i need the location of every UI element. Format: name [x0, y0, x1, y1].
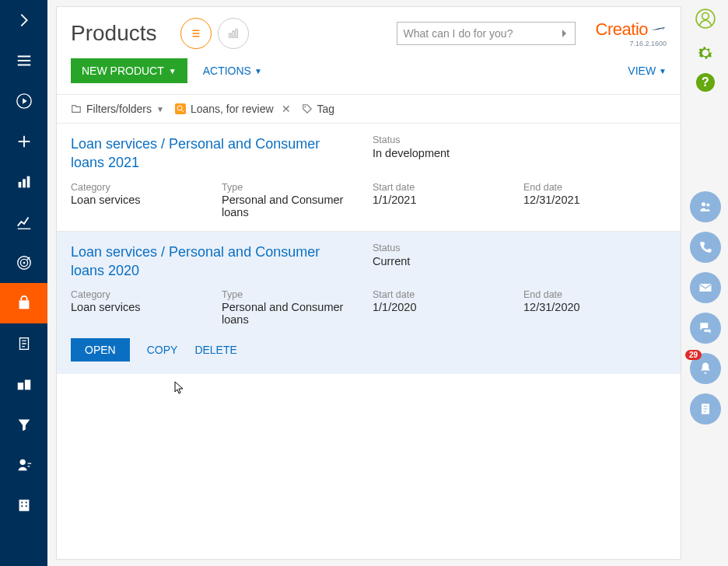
folder-chip-label[interactable]: Loans, for review [191, 103, 274, 115]
notification-badge: 29 [685, 350, 702, 360]
right-comm-panel: 29 [688, 191, 723, 424]
svg-rect-1 [18, 182, 21, 187]
open-button[interactable]: OPEN [71, 338, 130, 362]
help-icon[interactable]: ? [696, 73, 715, 92]
version-text: 7.16.2.1600 [629, 40, 667, 47]
active-folder-chip: Loans, for review ✕ [175, 103, 291, 115]
status-value: In development [373, 147, 667, 159]
view-toggle-group [180, 18, 249, 49]
nav-expand-button[interactable] [0, 0, 47, 40]
nav-add-icon[interactable] [0, 121, 47, 162]
field-label: Start date [373, 182, 516, 193]
product-row[interactable]: Loan services / Personal and Consumer lo… [57, 231, 681, 375]
svg-point-21 [304, 107, 306, 108]
svg-point-11 [19, 459, 25, 465]
new-product-button[interactable]: NEW PRODUCT ▼ [71, 58, 187, 83]
chat-bubble[interactable] [690, 313, 721, 344]
svg-rect-12 [19, 500, 29, 512]
field-label: End date [523, 289, 667, 300]
svg-point-24 [702, 202, 705, 206]
page-title: Products [71, 21, 157, 46]
field-label: Category [71, 289, 214, 300]
left-nav [0, 0, 47, 566]
svg-rect-16 [25, 505, 26, 507]
nav-document-icon[interactable] [0, 323, 47, 364]
svg-rect-9 [17, 383, 23, 390]
copy-button[interactable]: COPY [147, 338, 178, 362]
product-title-link[interactable]: Loan services / Personal and Consumer lo… [71, 243, 365, 281]
folder-chip-close[interactable]: ✕ [282, 103, 291, 115]
filter-bar: Filters/folders ▼ Loans, for review ✕ Ta… [57, 94, 681, 123]
nav-building-icon[interactable] [0, 485, 47, 526]
settings-icon[interactable] [691, 39, 719, 67]
nav-products-icon[interactable] [0, 283, 47, 323]
phone-bubble[interactable] [690, 232, 721, 263]
svg-rect-17 [229, 33, 230, 37]
nav-menu-icon[interactable] [0, 40, 47, 81]
notifications-bubble[interactable]: 29 [690, 353, 721, 384]
filters-folders-button[interactable]: Filters/folders ▼ [71, 103, 164, 115]
nav-trend-icon[interactable] [0, 202, 47, 243]
field-label: Status [373, 243, 667, 253]
svg-point-23 [702, 12, 709, 19]
svg-rect-13 [21, 501, 23, 503]
product-title-link[interactable]: Loan services / Personal and Consumer lo… [71, 135, 365, 173]
end-date-value: 12/31/2020 [523, 301, 667, 313]
contacts-bubble[interactable] [690, 191, 721, 222]
logo-block: Creatio 7.16.2.1600 [596, 19, 667, 47]
row-actions: OPEN COPY DELETE [71, 329, 667, 362]
svg-point-25 [706, 203, 709, 206]
actions-dropdown[interactable]: ACTIONS ▼ [203, 65, 262, 77]
start-date-value: 1/1/2020 [373, 301, 516, 313]
nav-org-icon[interactable] [0, 364, 47, 404]
nav-target-icon[interactable] [0, 243, 47, 283]
type-value: Personal and Consumer loans [222, 194, 365, 218]
notes-bubble[interactable] [690, 393, 721, 424]
list-view-toggle[interactable] [180, 18, 212, 49]
nav-funnel-icon[interactable] [0, 404, 47, 445]
nav-play-icon[interactable] [0, 81, 47, 121]
mail-bubble[interactable] [690, 272, 721, 303]
field-label: End date [523, 182, 667, 193]
folder-filter-icon [71, 103, 82, 114]
header-bar: Products Creatio 7.16.2.1600 [57, 7, 681, 55]
product-row[interactable]: Loan services / Personal and Consumer lo… [57, 123, 681, 231]
chart-view-toggle[interactable] [218, 18, 249, 49]
status-value: Current [373, 255, 667, 267]
command-search[interactable] [397, 22, 576, 45]
main-content: Products Creatio 7.16.2.1600 NEW PRODUCT… [56, 6, 681, 560]
action-row: NEW PRODUCT ▼ ACTIONS ▼ VIEW ▼ [57, 55, 681, 94]
right-utility-strip: ? [688, 5, 723, 92]
tag-icon [302, 103, 313, 114]
start-date-value: 1/1/2021 [373, 194, 516, 206]
field-label: Type [222, 289, 365, 300]
profile-icon[interactable] [691, 5, 719, 33]
app-logo: Creatio [596, 19, 667, 40]
caret-down-icon: ▼ [169, 67, 177, 75]
nav-chart-icon[interactable] [0, 162, 47, 202]
field-label: Type [222, 182, 365, 193]
logo-arrow-icon [651, 26, 667, 33]
search-input[interactable] [404, 27, 561, 40]
tag-filter-button[interactable]: Tag [302, 103, 335, 115]
svg-rect-7 [19, 300, 29, 309]
category-value: Loan services [71, 194, 214, 206]
nav-user-icon[interactable] [0, 445, 47, 485]
caret-down-icon: ▼ [254, 67, 262, 75]
caret-down-icon: ▼ [156, 105, 164, 114]
svg-rect-3 [26, 176, 30, 188]
svg-rect-15 [21, 505, 23, 507]
type-value: Personal and Consumer loans [222, 301, 365, 326]
field-label: Status [373, 135, 667, 145]
svg-point-6 [23, 262, 25, 264]
svg-rect-14 [25, 501, 26, 503]
chevron-right-icon [561, 28, 569, 39]
svg-rect-19 [236, 30, 237, 38]
delete-button[interactable]: DELETE [194, 338, 236, 362]
field-label: Start date [373, 289, 516, 300]
folder-icon [175, 103, 186, 114]
category-value: Loan services [71, 301, 214, 313]
end-date-value: 12/31/2021 [523, 194, 667, 206]
view-dropdown[interactable]: VIEW ▼ [628, 65, 667, 77]
caret-down-icon: ▼ [659, 67, 667, 75]
